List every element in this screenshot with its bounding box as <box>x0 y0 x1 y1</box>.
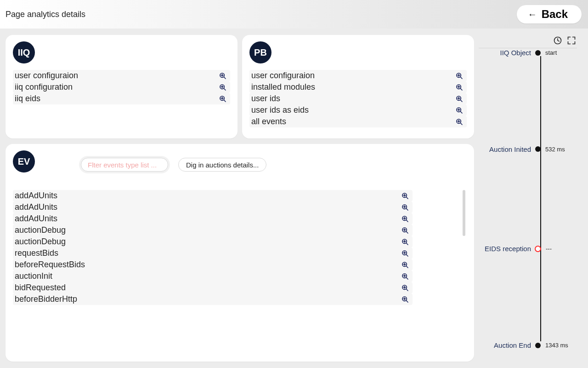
timeline-node-meta: start <box>545 49 557 56</box>
zoom-in-icon[interactable] <box>401 273 409 280</box>
pb-item-row[interactable]: all events <box>249 116 467 127</box>
back-button[interactable]: ← Back <box>517 5 582 23</box>
timeline-dot-icon <box>535 343 541 348</box>
back-arrow-icon: ← <box>528 9 537 20</box>
zoom-in-icon[interactable] <box>401 238 409 246</box>
event-label: addAdUnits <box>15 214 57 224</box>
pb-item-row[interactable]: user configuraion <box>249 70 467 81</box>
expand-icon[interactable] <box>567 36 576 47</box>
zoom-in-icon[interactable] <box>401 227 409 234</box>
timeline-divider <box>479 48 577 48</box>
zoom-in-icon[interactable] <box>401 284 409 292</box>
zoom-in-icon[interactable] <box>219 95 226 103</box>
event-row[interactable]: auctionInit <box>13 270 413 282</box>
timeline-node-label: IIQ Object <box>474 49 534 57</box>
timeline-node[interactable]: Auction End1343 ms <box>474 341 588 349</box>
iiq-item-label: iiq eids <box>15 94 40 104</box>
pb-card: PB user configuraioninstalled modulesuse… <box>242 35 474 138</box>
event-label: beforeBidderHttp <box>15 294 77 304</box>
zoom-in-icon[interactable] <box>456 107 463 114</box>
event-row[interactable]: beforeBidderHttp <box>13 293 413 305</box>
timeline-line <box>540 56 541 341</box>
event-label: beforeRequestBids <box>15 260 85 270</box>
zoom-in-icon[interactable] <box>456 118 463 126</box>
iiq-card: IIQ user configuraioniiq configurationii… <box>6 35 237 138</box>
events-scrollbar[interactable] <box>463 190 465 236</box>
event-row[interactable]: addAdUnits <box>13 201 413 213</box>
event-row[interactable]: bidRequested <box>13 282 413 293</box>
zoom-in-icon[interactable] <box>401 204 409 211</box>
clock-icon[interactable] <box>553 36 562 47</box>
zoom-in-icon[interactable] <box>456 95 463 103</box>
event-label: addAdUnits <box>15 191 57 201</box>
timeline-node[interactable]: EIDS reception--- <box>474 245 588 253</box>
timeline-panel: IIQ ObjectstartAuction Inited532 msEIDS … <box>474 29 588 368</box>
event-row[interactable]: addAdUnits <box>13 213 413 224</box>
header: Page analytics details ← Back <box>0 0 588 29</box>
timeline-node-meta: --- <box>546 245 552 252</box>
pb-item-label: user configuraion <box>251 71 315 80</box>
timeline-node-label: Auction End <box>474 341 534 349</box>
timeline-node-meta: 532 ms <box>545 146 565 153</box>
events-filter-group <box>79 156 170 173</box>
page-title: Page analytics details <box>6 10 85 19</box>
pb-item-label: all events <box>251 117 286 126</box>
ev-badge: EV <box>13 150 35 172</box>
zoom-in-icon[interactable] <box>219 72 226 80</box>
events-filter-input[interactable] <box>81 158 168 172</box>
zoom-in-icon[interactable] <box>401 261 409 269</box>
iiq-item-label: user configuraion <box>15 71 78 80</box>
pb-item-label: installed modules <box>251 82 315 92</box>
event-row[interactable]: beforeRequestBids <box>13 259 413 270</box>
event-label: auctionDebug <box>15 225 66 235</box>
zoom-in-icon[interactable] <box>401 192 409 200</box>
back-button-label: Back <box>542 8 568 21</box>
timeline-ring-icon <box>535 246 541 252</box>
zoom-in-icon[interactable] <box>456 72 463 80</box>
event-row[interactable]: addAdUnits <box>13 190 413 201</box>
events-card: EV Dig in auctions details... addAdUnits… <box>6 144 474 362</box>
zoom-in-icon[interactable] <box>401 296 409 303</box>
iiq-item-label: iiq configuration <box>15 82 73 92</box>
pb-item-row[interactable]: user ids as eids <box>249 104 467 116</box>
iiq-item-row[interactable]: user configuraion <box>13 70 230 81</box>
event-label: auctionInit <box>15 271 52 281</box>
pb-badge: PB <box>249 41 271 63</box>
timeline-dot-icon <box>535 146 541 152</box>
zoom-in-icon[interactable] <box>401 215 409 223</box>
zoom-in-icon[interactable] <box>219 84 226 91</box>
timeline-node[interactable]: Auction Inited532 ms <box>474 145 588 153</box>
timeline-dot-icon <box>535 50 541 56</box>
timeline-node[interactable]: IIQ Objectstart <box>474 49 588 57</box>
dig-auctions-button[interactable]: Dig in auctions details... <box>178 158 266 172</box>
event-row[interactable]: auctionDebug <box>13 224 413 236</box>
event-row[interactable]: auctionDebug <box>13 236 413 247</box>
pb-item-label: user ids as eids <box>251 105 309 115</box>
iiq-badge: IIQ <box>13 41 35 63</box>
event-label: requestBids <box>15 248 58 258</box>
event-label: bidRequested <box>15 283 66 293</box>
iiq-item-row[interactable]: iiq configuration <box>13 81 230 93</box>
timeline-node-label: EIDS reception <box>474 245 534 253</box>
event-label: addAdUnits <box>15 202 57 212</box>
iiq-item-row[interactable]: iiq eids <box>13 93 230 104</box>
pb-item-row[interactable]: user ids <box>249 93 467 104</box>
zoom-in-icon[interactable] <box>401 250 409 257</box>
pb-item-row[interactable]: installed modules <box>249 81 467 93</box>
zoom-in-icon[interactable] <box>456 84 463 91</box>
event-row[interactable]: requestBids <box>13 247 413 259</box>
events-list: addAdUnitsaddAdUnitsaddAdUnitsauctionDeb… <box>13 190 467 305</box>
pb-item-label: user ids <box>251 94 280 104</box>
timeline-node-meta: 1343 ms <box>545 342 568 349</box>
event-label: auctionDebug <box>15 237 66 247</box>
timeline-node-label: Auction Inited <box>474 145 534 153</box>
